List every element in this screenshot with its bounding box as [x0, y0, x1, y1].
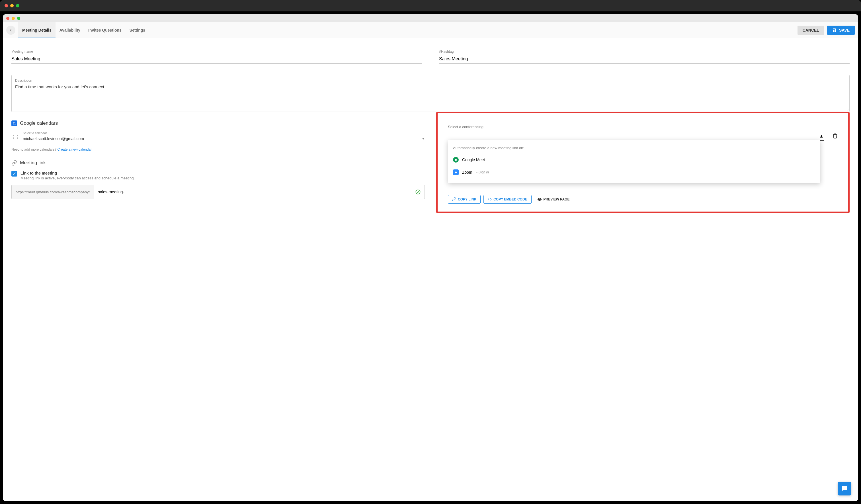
calendar-hint: Need to add more calendars? Create a new… [11, 148, 425, 151]
calendar-row: ⋮⋮ Select a calendar michael.scott.levin… [11, 131, 425, 143]
topbar: Meeting Details Availability Invitee Que… [3, 22, 858, 38]
meeting-name-field: Meeting name [11, 50, 422, 64]
zoom-icon [453, 169, 459, 175]
col-left: 31 Google calendars ⋮⋮ Select a calendar… [11, 112, 425, 213]
copy-embed-button[interactable]: COPY EMBED CODE [483, 195, 531, 204]
calendar-select-value[interactable]: michael.scott.levinson@gmail.com ▼ [23, 135, 425, 143]
hashtag-input[interactable] [439, 55, 850, 64]
meeting-link-title: Meeting link [20, 160, 46, 166]
description-text[interactable]: Find a time that works for you and let's… [15, 84, 846, 89]
cancel-button[interactable]: CANCEL [797, 26, 824, 35]
conferencing-dropdown: Automatically create a new meeting link … [448, 140, 820, 183]
save-icon [832, 28, 837, 32]
conferencing-select[interactable]: ▲ [448, 132, 824, 141]
calendar-selected: michael.scott.levinson@gmail.com [23, 136, 84, 141]
drag-handle-icon[interactable]: ⋮⋮ [11, 135, 19, 139]
option-zoom-label: Zoom [462, 170, 472, 175]
option-zoom[interactable]: Zoom - Sign in [448, 166, 820, 178]
outer-window: Meeting Details Availability Invitee Que… [0, 0, 861, 504]
traffic-min-outer[interactable] [10, 4, 14, 8]
calendars-header: 31 Google calendars [11, 120, 425, 126]
traffic-min-inner[interactable] [12, 17, 15, 20]
calendar-select-label: Select a calendar [23, 131, 425, 135]
preview-page-label: PREVIEW PAGE [544, 197, 570, 201]
hint-prefix: Need to add more calendars? [11, 148, 57, 151]
calendar-icon: 31 [11, 120, 17, 126]
eye-icon [537, 197, 542, 202]
preview-page-button[interactable]: PREVIEW PAGE [534, 195, 573, 204]
option-zoom-suffix: - Sign in [476, 170, 489, 174]
save-button[interactable]: SAVE [827, 26, 855, 35]
inner-window: Meeting Details Availability Invitee Que… [3, 14, 858, 501]
app-body: Meeting Details Availability Invitee Que… [3, 22, 858, 501]
trash-icon [832, 133, 838, 139]
dropdown-header: Automatically create a new meeting link … [448, 145, 820, 153]
google-meet-icon [453, 157, 459, 163]
traffic-max-outer[interactable] [16, 4, 19, 8]
chat-fab[interactable] [838, 482, 851, 495]
inner-titlebar [3, 14, 858, 22]
description-label: Description [15, 79, 846, 83]
url-box: https://meet.gmelius.com/awesomecompany/ [11, 185, 425, 199]
link-toggle-title: Link to the meeting [20, 171, 135, 175]
tab-meeting-details[interactable]: Meeting Details [18, 22, 55, 38]
conferencing-label: Select a conferencing [448, 125, 838, 129]
tab-availability[interactable]: Availability [55, 22, 84, 38]
url-valid-icon [411, 185, 424, 199]
tab-settings[interactable]: Settings [126, 22, 149, 38]
url-slug-input[interactable] [94, 185, 411, 199]
conferencing-actions: COPY LINK COPY EMBED CODE PREVIEW PAGE [448, 195, 838, 204]
conferencing-select-row: ▲ [448, 132, 838, 141]
inner-area: Meeting Details Availability Invitee Que… [0, 11, 861, 504]
traffic-close-outer[interactable] [4, 4, 8, 8]
traffic-close-inner[interactable] [6, 17, 10, 20]
hashtag-label: #Hashtag [439, 50, 850, 54]
delete-conferencing-button[interactable] [832, 133, 838, 140]
option-google-meet-label: Google Meet [462, 158, 485, 162]
chat-icon [841, 486, 848, 492]
code-icon [488, 197, 492, 201]
traffic-max-inner[interactable] [17, 17, 20, 20]
arrow-left-icon [9, 28, 13, 32]
chevron-down-icon: ▼ [422, 137, 425, 140]
meeting-link-header: Meeting link [11, 160, 425, 166]
tabs: Meeting Details Availability Invitee Que… [18, 22, 149, 38]
copy-link-label: COPY LINK [458, 197, 476, 201]
check-icon [12, 172, 16, 176]
content: Meeting name #Hashtag Description Find a… [3, 38, 858, 224]
tab-invitee-questions[interactable]: Invitee Questions [84, 22, 126, 38]
url-prefix: https://meet.gmelius.com/awesomecompany/ [12, 185, 94, 199]
outer-titlebar [0, 0, 861, 11]
description-box[interactable]: Description Find a time that works for y… [11, 75, 850, 112]
hashtag-field: #Hashtag [439, 50, 850, 64]
link-icon [11, 160, 17, 166]
calendar-select: Select a calendar michael.scott.levinson… [23, 131, 425, 143]
copy-link-button[interactable]: COPY LINK [448, 195, 481, 204]
meeting-name-input[interactable] [11, 55, 422, 64]
create-calendar-link[interactable]: Create a new calendar. [57, 148, 92, 151]
back-button[interactable] [6, 26, 15, 35]
calendars-title: Google calendars [20, 120, 58, 126]
link-toggle: Link to the meeting Meeting link is acti… [11, 171, 425, 180]
link-small-icon [452, 197, 456, 201]
link-checkbox[interactable] [11, 171, 17, 177]
chevron-up-icon: ▲ [819, 134, 824, 139]
col-right: Select a conferencing ▲ [436, 112, 850, 213]
copy-embed-label: COPY EMBED CODE [493, 197, 527, 201]
save-label: SAVE [839, 28, 850, 32]
name-hashtag-row: Meeting name #Hashtag [11, 50, 850, 64]
conferencing-highlight: Select a conferencing ▲ [436, 112, 850, 213]
link-toggle-sub: Meeting link is active, everybody can ac… [20, 176, 135, 180]
option-google-meet[interactable]: Google Meet [448, 153, 820, 166]
two-col: 31 Google calendars ⋮⋮ Select a calendar… [11, 112, 850, 213]
meeting-name-label: Meeting name [11, 50, 422, 54]
